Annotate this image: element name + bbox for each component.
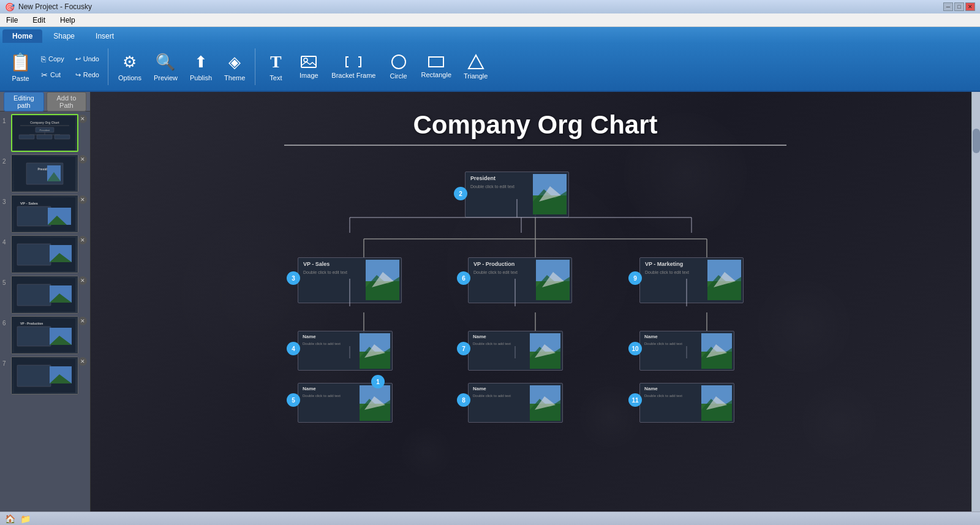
slide-thumb-1[interactable]: Company Org Chart President: [11, 114, 78, 152]
slide-thumb-7[interactable]: [11, 357, 78, 395]
svg-rect-3: [429, 57, 443, 67]
slide-close-4[interactable]: ✕: [78, 236, 87, 244]
slide-thumb-3[interactable]: VP - Sales: [11, 195, 78, 233]
ribbon-tabs: Home Shape Insert: [0, 27, 980, 43]
title-bar-controls: ─ □ ✕: [943, 2, 975, 11]
redo-icon: ↪: [75, 71, 81, 79]
slide-thumb-6[interactable]: VP - Production: [11, 316, 78, 354]
vp-sales-img: [366, 260, 399, 300]
undo-icon: ↩: [75, 55, 81, 63]
copy-icon: ⎘: [41, 55, 46, 64]
triangle-icon: [467, 54, 484, 70]
badge-8: 8: [457, 393, 470, 407]
badge-11: 11: [628, 393, 642, 407]
scrollbar-thumb[interactable]: [973, 129, 980, 153]
slide-1-preview: Company Org Chart President: [14, 116, 75, 150]
cut-icon: ✂: [41, 70, 48, 80]
node5[interactable]: Name Double click to add text: [298, 383, 393, 423]
publish-button[interactable]: ⬆ Publish: [185, 46, 217, 88]
badge-4: 4: [287, 342, 300, 355]
image-icon: [300, 55, 317, 69]
vp-sales-node[interactable]: VP - Sales Double click to edit text: [298, 257, 402, 303]
main-layout: Editing path Add to Path 1 Company Org C…: [0, 92, 980, 512]
options-button[interactable]: ⚙ Options: [113, 46, 146, 88]
bracket-frame-button[interactable]: Bracket Frame: [326, 46, 380, 88]
slide-close-3[interactable]: ✕: [78, 195, 87, 204]
vp-production-node[interactable]: VP - Production Double click to edit tex…: [468, 257, 572, 303]
svg-text:Company Org Chart: Company Org Chart: [30, 121, 59, 124]
copy-button[interactable]: ⎘ Copy: [37, 52, 68, 66]
svg-rect-13: [37, 135, 52, 139]
paste-icon: 📋: [10, 52, 31, 72]
svg-rect-31: [17, 284, 51, 306]
slide-item-7: 7 ✕: [2, 357, 88, 395]
slides-list: 1 Company Org Chart President: [0, 111, 90, 512]
home-icon[interactable]: 🏠: [5, 514, 15, 524]
rectangle-button[interactable]: Rectangle: [417, 46, 457, 88]
node10[interactable]: Name Double click to add text: [639, 331, 734, 371]
badge-7: 7: [457, 342, 470, 355]
image-button[interactable]: Image: [293, 46, 324, 88]
minimize-button[interactable]: ─: [943, 2, 953, 11]
node5-img: [360, 385, 390, 421]
circle-button[interactable]: Circle: [383, 46, 414, 88]
svg-text:President: President: [40, 129, 51, 132]
slide-close-7[interactable]: ✕: [78, 357, 87, 366]
node4[interactable]: Name Double click to add text: [298, 331, 393, 371]
president-node[interactable]: President Double click to edit text: [465, 172, 569, 217]
menu-file[interactable]: File: [2, 15, 21, 26]
slide-item-5: 5 ✕: [2, 276, 88, 314]
svg-rect-36: [17, 327, 51, 346]
slide-thumb-4[interactable]: [11, 235, 78, 273]
folder-icon[interactable]: 📁: [20, 514, 31, 524]
right-scrollbar[interactable]: [971, 92, 980, 512]
menu-edit[interactable]: Edit: [29, 15, 49, 26]
chart-title: Company Org Chart: [260, 92, 811, 145]
vp-production-img: [536, 260, 570, 300]
title-bar: 🎯 New Project - Focusky ─ □ ✕: [0, 0, 980, 13]
editing-path-button[interactable]: Editing path: [4, 92, 44, 111]
slide-close-6[interactable]: ✕: [78, 317, 87, 325]
svg-rect-14: [55, 135, 70, 139]
theme-button[interactable]: ◈ Theme: [219, 46, 250, 88]
slide-close-5[interactable]: ✕: [78, 276, 87, 285]
tab-home[interactable]: Home: [2, 29, 42, 43]
undo-button[interactable]: ↩ Undo: [72, 52, 103, 66]
menu-help[interactable]: Help: [56, 15, 79, 26]
badge-2: 2: [454, 187, 467, 200]
publish-icon: ⬆: [194, 53, 208, 72]
vp-marketing-img: [707, 260, 741, 300]
svg-rect-12: [19, 135, 34, 139]
tab-shape[interactable]: Shape: [43, 29, 85, 43]
cut-button[interactable]: ✂ Cut: [37, 68, 68, 81]
redo-button[interactable]: ↪ Redo: [72, 68, 103, 81]
node11[interactable]: Name Double click to add text: [639, 383, 734, 423]
svg-rect-23: [17, 206, 51, 226]
slide-close-2[interactable]: ✕: [78, 155, 87, 164]
preview-button[interactable]: 🔍 Preview: [149, 46, 183, 88]
node10-img: [701, 333, 732, 369]
slide-close-1[interactable]: ✕: [78, 115, 87, 123]
text-button[interactable]: T Text: [260, 46, 291, 88]
node4-img: [360, 333, 390, 369]
badge-10: 10: [628, 342, 642, 355]
status-bar: 🏠 📁: [0, 512, 980, 525]
node7[interactable]: Name Double click to add text: [468, 331, 563, 371]
tab-insert[interactable]: Insert: [86, 29, 124, 43]
window-title: New Project - Focusky: [18, 2, 92, 11]
org-chart: Company Org Chart: [260, 92, 811, 158]
add-to-path-button[interactable]: Add to Path: [47, 92, 86, 111]
vp-marketing-node[interactable]: VP - Marketing Double click to edit text: [639, 257, 744, 303]
triangle-button[interactable]: Triangle: [459, 46, 492, 88]
slide-thumb-2[interactable]: President: [11, 154, 78, 192]
canvas-area[interactable]: Company Org Chart: [91, 92, 980, 512]
node11-img: [701, 385, 732, 421]
svg-point-1: [304, 58, 307, 62]
rectangle-icon: [428, 55, 445, 69]
maximize-button[interactable]: □: [954, 2, 964, 11]
slide-thumb-5[interactable]: [11, 276, 78, 314]
theme-icon: ◈: [228, 53, 241, 72]
paste-button[interactable]: 📋 Paste: [5, 46, 36, 88]
close-button[interactable]: ✕: [965, 2, 975, 11]
node8[interactable]: Name Double click to add text: [468, 383, 563, 423]
